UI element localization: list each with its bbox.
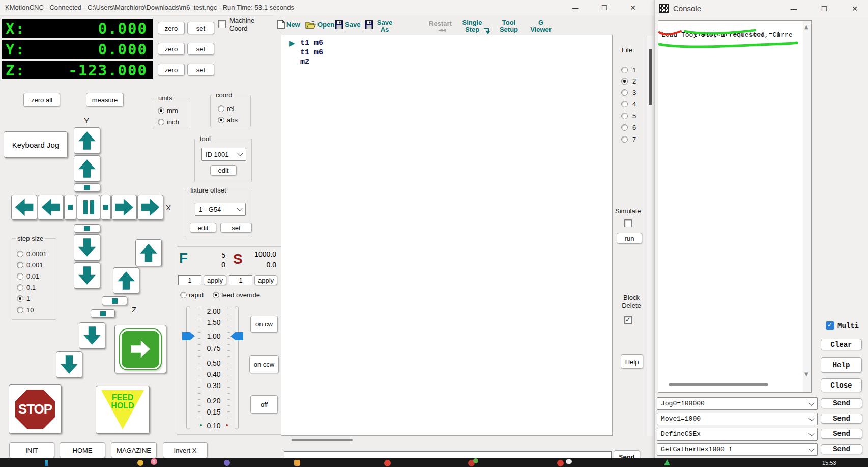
run-button[interactable]: run — [617, 233, 642, 244]
console-command-combo-1[interactable]: Jog0=100000 — [657, 397, 818, 410]
feedrate-apply-button[interactable]: apply — [204, 275, 226, 285]
feed-override-slider[interactable] — [186, 306, 190, 429]
console-send-button[interactable]: Send — [821, 429, 862, 439]
feed-override-radio[interactable] — [213, 292, 219, 298]
coord-rel-radio[interactable] — [218, 105, 224, 112]
units-inch-radio[interactable] — [158, 119, 164, 125]
jog-y-plus-step-button[interactable] — [74, 183, 100, 192]
taskbar-app-icon[interactable] — [384, 460, 391, 466]
taskbar-app-icon[interactable] — [557, 460, 564, 466]
taskbar-clock[interactable]: 15:53 — [822, 460, 836, 466]
zero-z-button[interactable]: zero — [158, 64, 185, 76]
gcode-line[interactable]: m2 — [300, 58, 309, 66]
spindle-on-cw-button[interactable]: on cw — [250, 316, 278, 333]
fixture-offset-select[interactable]: 1 - G54 — [195, 203, 246, 216]
tool-edit-button[interactable]: edit — [210, 165, 237, 176]
stop-button[interactable]: STOP — [9, 384, 62, 434]
taskbar[interactable]: 1 15:53 — [0, 458, 868, 467]
save-icon[interactable] — [335, 20, 343, 29]
jog-x-minus-step-button[interactable] — [64, 195, 76, 220]
taskbar-app-icon[interactable] — [294, 460, 300, 466]
jog-y-plus-fast-button[interactable] — [74, 127, 100, 154]
fixture-edit-button[interactable]: edit — [190, 223, 216, 233]
file-radio-2[interactable] — [621, 78, 628, 85]
gcode-line[interactable]: t1 m6 — [300, 39, 323, 47]
jog-y-minus-fast-button[interactable] — [74, 262, 100, 289]
spindle-override-slider[interactable] — [235, 306, 239, 429]
console-help-button[interactable]: Help — [821, 357, 862, 373]
simulate-checkbox[interactable] — [624, 219, 632, 227]
editor-horizontal-scrollbar[interactable] — [274, 436, 654, 443]
jog-x-minus-fast-button[interactable] — [11, 195, 37, 220]
taskbar-app-icon[interactable] — [224, 460, 230, 466]
spindle-on-ccw-button[interactable]: on ccw — [249, 355, 279, 373]
scrollbar-thumb[interactable] — [292, 439, 353, 441]
set-z-button[interactable]: set — [187, 64, 214, 76]
jog-x-plus-slow-button[interactable] — [111, 195, 137, 220]
jog-z-plus-slow-button[interactable] — [113, 267, 139, 294]
spindle-off-button[interactable]: off — [250, 395, 278, 414]
magazine-button[interactable]: MAGAZINE — [111, 442, 157, 458]
new-file-icon[interactable] — [277, 20, 285, 29]
set-y-button[interactable]: set — [187, 43, 214, 55]
editor-vertical-scrollbar[interactable] — [647, 36, 653, 436]
zero-y-button[interactable]: zero — [158, 43, 185, 55]
tool-select[interactable]: ID 1001 — [201, 148, 246, 161]
machine-coord-checkbox[interactable] — [218, 20, 226, 28]
maximize-icon[interactable]: ☐ — [595, 1, 614, 14]
jog-y-minus-slow-button[interactable] — [74, 234, 100, 261]
init-button[interactable]: INIT — [9, 442, 54, 458]
step-size-radio-1[interactable] — [17, 295, 23, 302]
rapid-radio[interactable] — [180, 292, 187, 298]
single-step-button[interactable]: Single Step — [460, 19, 484, 33]
taskbar-app-icon[interactable] — [137, 460, 143, 466]
close-icon[interactable]: ✕ — [846, 2, 864, 15]
jog-z-minus-fast-button[interactable] — [56, 351, 82, 378]
console-vertical-scrollbar[interactable]: ▲ ▼ — [803, 21, 811, 392]
jog-z-plus-step-button[interactable] — [102, 296, 127, 305]
set-x-button[interactable]: set — [187, 22, 214, 34]
file-radio-6[interactable] — [621, 124, 628, 131]
invert-x-button[interactable]: Invert X — [163, 442, 208, 458]
taskbar-app-icon[interactable] — [566, 459, 572, 464]
console-title-bar[interactable]: Console — ☐ ✕ — [655, 0, 868, 17]
scroll-up-icon[interactable]: ▲ — [804, 24, 808, 30]
scroll-down-icon[interactable]: ▼ — [804, 371, 808, 377]
multi-checkbox[interactable] — [826, 321, 834, 330]
file-radio-4[interactable] — [621, 101, 628, 107]
scrollbar-thumb[interactable] — [649, 49, 652, 105]
console-close-button[interactable]: Close — [821, 378, 862, 392]
file-radio-7[interactable] — [621, 136, 628, 143]
coord-abs-radio[interactable] — [218, 117, 224, 123]
save-button[interactable]: Save — [345, 21, 360, 28]
jog-z-minus-step-button[interactable] — [91, 309, 115, 318]
step-size-radio-0.1[interactable] — [17, 284, 23, 291]
console-send-button[interactable]: Send — [821, 414, 862, 424]
step-size-radio-0.0001[interactable] — [17, 251, 23, 257]
file-radio-5[interactable] — [621, 113, 628, 119]
maximize-icon[interactable]: ☐ — [815, 2, 833, 15]
gcode-editor[interactable] — [281, 35, 613, 436]
step-size-radio-10[interactable] — [17, 307, 23, 313]
keyboard-jog-button[interactable]: Keyboard Jog — [4, 131, 68, 158]
close-icon[interactable]: ✕ — [624, 1, 642, 14]
home-button[interactable]: HOME — [60, 442, 105, 458]
taskbar-app-icon[interactable] — [664, 459, 670, 465]
open-button[interactable]: Open — [317, 21, 334, 28]
feedrate-input[interactable]: 1 — [178, 275, 201, 285]
units-mm-radio[interactable] — [158, 107, 164, 114]
spindle-input[interactable]: 1 — [229, 275, 252, 285]
zero-all-button[interactable]: zero all — [23, 93, 60, 107]
console-send-button[interactable]: Send — [821, 398, 862, 408]
open-folder-icon[interactable] — [305, 21, 316, 29]
jog-x-plus-fast-button[interactable] — [137, 195, 163, 220]
feed-hold-button[interactable]: FEED HOLD — [96, 386, 150, 434]
console-output[interactable]: ÿlæR¼|Current tool = 1 Load Tool Slot 1 … — [658, 20, 812, 393]
new-button[interactable]: New — [286, 21, 300, 28]
file-radio-3[interactable] — [621, 89, 628, 96]
minimize-icon[interactable]: — — [785, 2, 803, 15]
cycle-start-button[interactable] — [114, 325, 166, 373]
gcode-line[interactable]: t1 m6 — [300, 48, 323, 57]
jog-y-plus-slow-button[interactable] — [74, 155, 100, 182]
zero-x-button[interactable]: zero — [158, 22, 185, 34]
